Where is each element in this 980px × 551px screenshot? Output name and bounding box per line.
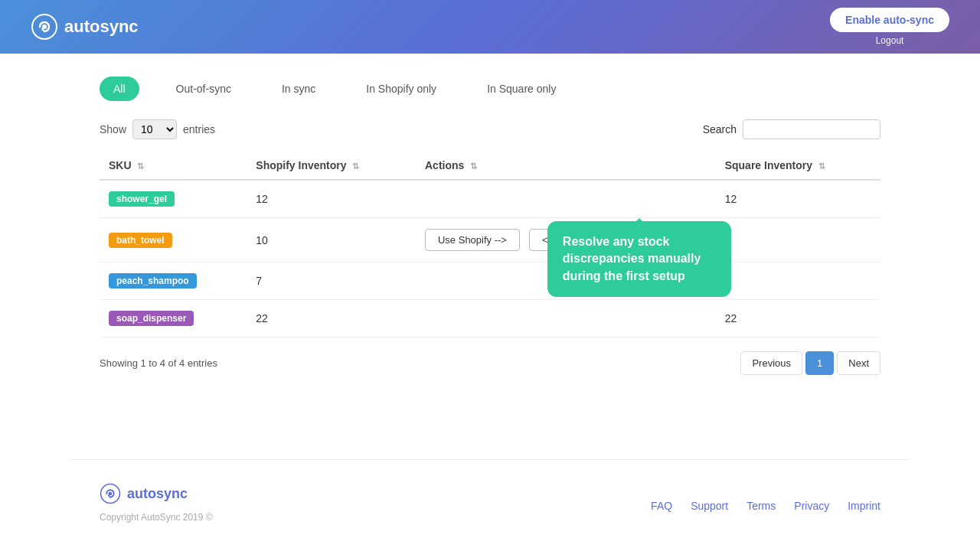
inventory-table-wrap: SKU ⇅ Shopify Inventory ⇅ Actions ⇅ Squa…	[100, 152, 880, 337]
actions-sort-icon: ⇅	[470, 161, 477, 171]
main-content: All Out-of-sync In sync In Shopify only …	[69, 54, 911, 398]
col-shopify: Shopify Inventory ⇅	[247, 152, 416, 180]
tab-shopify-only[interactable]: In Shopify only	[352, 77, 450, 101]
actions-cell	[416, 180, 716, 218]
search-input[interactable]	[743, 119, 880, 139]
shopify-qty-cell: 10	[247, 218, 416, 262]
previous-button[interactable]: Previous	[740, 351, 802, 375]
footer-link-support[interactable]: Support	[691, 500, 728, 512]
col-square: Square Inventory ⇅	[716, 152, 880, 180]
square-qty-cell: 7	[716, 262, 880, 300]
sku-badge: soap_dispenser	[109, 311, 194, 326]
sku-badge: peach_shampoo	[109, 273, 197, 289]
svg-point-3	[109, 492, 113, 496]
page-1-button[interactable]: 1	[805, 351, 834, 375]
enable-autosync-button[interactable]: Enable auto-sync	[830, 8, 949, 32]
footer-link-terms[interactable]: Terms	[746, 500, 776, 512]
shopify-qty-cell: 7	[247, 262, 416, 300]
header-right: Enable auto-sync Logout	[830, 8, 949, 46]
footer-link-faq[interactable]: FAQ	[651, 500, 672, 512]
pagination-row: Showing 1 to 4 of 4 entries Previous 1 N…	[100, 351, 880, 375]
show-label: Show	[100, 123, 126, 135]
tooltip-text: Resolve any stock discrepancies manually…	[563, 235, 701, 282]
square-qty-cell: 22	[716, 300, 880, 337]
footer-link-privacy[interactable]: Privacy	[794, 500, 829, 512]
footer-links: FAQ Support Terms Privacy Imprint	[100, 500, 880, 512]
inventory-table: SKU ⇅ Shopify Inventory ⇅ Actions ⇅ Squa…	[100, 152, 880, 337]
svg-point-1	[42, 24, 47, 29]
table-row: bath_towel 10 Resolve any stock discrepa…	[100, 218, 880, 262]
sku-cell: shower_gel	[100, 180, 247, 218]
sku-badge: bath_towel	[109, 233, 172, 248]
col-actions: Actions ⇅	[416, 152, 716, 180]
shopify-sort-icon: ⇅	[352, 161, 359, 171]
footer-logo-icon	[100, 483, 121, 504]
table-row: soap_dispenser 22 22	[100, 300, 880, 337]
pagination-buttons: Previous 1 Next	[740, 351, 880, 375]
sku-cell: bath_towel	[100, 218, 247, 262]
search-box: Search	[703, 119, 880, 139]
actions-buttons: Resolve any stock discrepancies manually…	[425, 229, 707, 251]
square-qty-cell: 12	[716, 180, 880, 218]
tab-out-of-sync[interactable]: Out-of-sync	[162, 77, 245, 101]
table-row: peach_shampoo 7 7	[100, 262, 880, 300]
actions-cell: Resolve any stock discrepancies manually…	[416, 218, 716, 262]
table-row: shower_gel 12 12	[100, 180, 880, 218]
tab-in-sync[interactable]: In sync	[268, 77, 329, 101]
actions-cell	[416, 300, 716, 337]
square-sort-icon: ⇅	[818, 161, 825, 171]
logo-icon	[31, 13, 58, 41]
next-button[interactable]: Next	[837, 351, 880, 375]
sku-cell: peach_shampoo	[100, 262, 247, 300]
shopify-qty-cell: 12	[247, 180, 416, 218]
entries-label: entries	[183, 123, 215, 135]
tooltip-bubble: Resolve any stock discrepancies manually…	[547, 221, 731, 297]
header: autosync Enable auto-sync Logout	[0, 0, 980, 54]
logo-text: autosync	[64, 17, 139, 37]
filter-tabs: All Out-of-sync In sync In Shopify only …	[100, 77, 880, 101]
logo: autosync	[31, 13, 139, 41]
entries-select[interactable]: 10 25 50 100	[132, 119, 177, 139]
footer: autosync Copyright AutoSync 2019 © FAQ S…	[69, 459, 911, 535]
tab-all[interactable]: All	[100, 77, 139, 101]
pagination-info: Showing 1 to 4 of 4 entries	[100, 357, 217, 369]
controls-row: Show 10 25 50 100 entries Search	[100, 119, 880, 139]
col-sku: SKU ⇅	[100, 152, 247, 180]
sku-sort-icon: ⇅	[137, 161, 144, 171]
logout-link[interactable]: Logout	[876, 35, 904, 46]
sku-badge: shower_gel	[109, 191, 175, 207]
show-entries: Show 10 25 50 100 entries	[100, 119, 215, 139]
shopify-qty-cell: 22	[247, 300, 416, 337]
search-label: Search	[703, 123, 737, 135]
footer-link-imprint[interactable]: Imprint	[848, 500, 880, 512]
footer-logo-text: autosync	[127, 486, 188, 502]
sku-cell: soap_dispenser	[100, 300, 247, 337]
footer-copyright: Copyright AutoSync 2019 ©	[100, 512, 213, 523]
square-qty-cell: 6	[716, 218, 880, 262]
tab-square-only[interactable]: In Square only	[473, 77, 570, 101]
use-shopify-button[interactable]: Use Shopify -->	[425, 229, 520, 251]
